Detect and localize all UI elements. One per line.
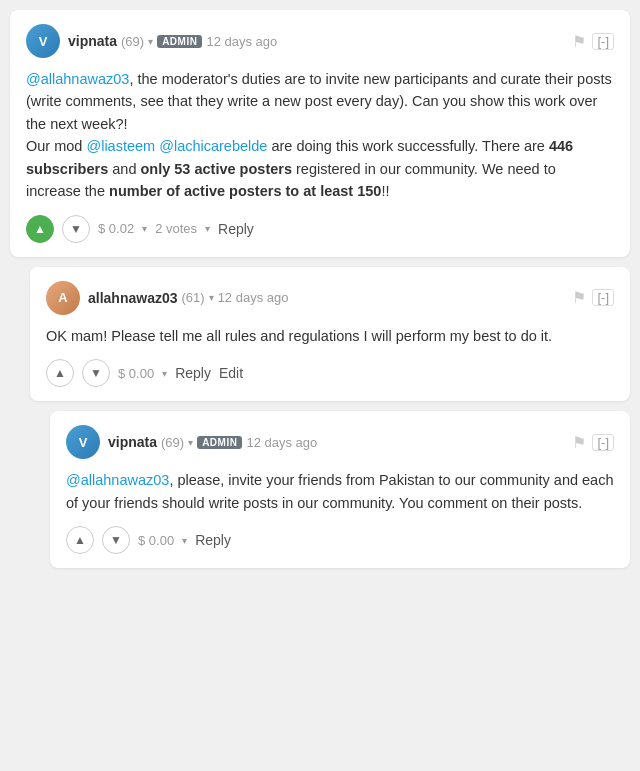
username-dropdown-icon[interactable]: ▾ <box>188 437 193 448</box>
upvote-button[interactable]: ▲ <box>66 526 94 554</box>
comment-body: @allahnawaz03, please, invite your frien… <box>66 469 614 514</box>
amount: $ 0.00 <box>118 366 154 381</box>
reputation: (61) <box>182 290 205 305</box>
mention-link[interactable]: @liasteem <box>86 138 155 154</box>
amount: $ 0.02 <box>98 221 134 236</box>
collapse-button[interactable]: [-] <box>592 33 614 50</box>
downvote-button[interactable]: ▼ <box>102 526 130 554</box>
comment-footer: ▲ ▼ $ 0.00 ▾ Reply Edit <box>46 359 614 387</box>
username[interactable]: allahnawaz03 <box>88 290 178 306</box>
timestamp: 12 days ago <box>218 290 289 305</box>
mention-link[interactable]: @allahnawaz03 <box>26 71 129 87</box>
downvote-button[interactable]: ▼ <box>62 215 90 243</box>
reply-button[interactable]: Reply <box>195 532 231 548</box>
timestamp: 12 days ago <box>206 34 277 49</box>
upvote-button[interactable]: ▲ <box>26 215 54 243</box>
amount-arrow[interactable]: ▾ <box>142 223 147 234</box>
reply-button[interactable]: Reply <box>218 221 254 237</box>
flag-icon[interactable]: ⚑ <box>572 32 586 51</box>
admin-badge: ADMIN <box>197 436 242 449</box>
user-info: allahnawaz03 (61) ▾ 12 days ago <box>88 290 288 306</box>
timestamp: 12 days ago <box>246 435 317 450</box>
avatar: A <box>46 281 80 315</box>
reply-button[interactable]: Reply <box>175 365 211 381</box>
reputation: (69) <box>121 34 144 49</box>
comment-card: A allahnawaz03 (61) ▾ 12 days ago ⚑ [-] … <box>30 267 630 401</box>
user-info: vipnata (69) ▾ ADMIN 12 days ago <box>68 33 277 49</box>
username[interactable]: vipnata <box>108 434 157 450</box>
comment-header: V vipnata (69) ▾ ADMIN 12 days ago ⚑ [-] <box>66 425 614 459</box>
edit-button[interactable]: Edit <box>219 365 243 381</box>
comment-body: @allahnawaz03, the moderator's duties ar… <box>26 68 614 203</box>
collapse-button[interactable]: [-] <box>592 434 614 451</box>
comment-header: V vipnata (69) ▾ ADMIN 12 days ago ⚑ [-] <box>26 24 614 58</box>
flag-icon[interactable]: ⚑ <box>572 433 586 452</box>
avatar: V <box>66 425 100 459</box>
mention-link[interactable]: @lachicarebelde <box>159 138 267 154</box>
username[interactable]: vipnata <box>68 33 117 49</box>
amount-arrow[interactable]: ▾ <box>162 368 167 379</box>
body-text: and <box>108 161 140 177</box>
comment-card: V vipnata (69) ▾ ADMIN 12 days ago ⚑ [-]… <box>10 10 630 257</box>
user-info: vipnata (69) ▾ ADMIN 12 days ago <box>108 434 317 450</box>
body-text: !! <box>381 183 389 199</box>
comment-footer: ▲ ▼ $ 0.00 ▾ Reply <box>66 526 614 554</box>
admin-badge: ADMIN <box>157 35 202 48</box>
comment-footer: ▲ ▼ $ 0.02 ▾ 2 votes▾ Reply <box>26 215 614 243</box>
upvote-button[interactable]: ▲ <box>46 359 74 387</box>
downvote-button[interactable]: ▼ <box>82 359 110 387</box>
comment-body: OK mam! Please tell me all rules and reg… <box>46 325 614 347</box>
votes-arrow[interactable]: ▾ <box>205 223 210 234</box>
reputation: (69) <box>161 435 184 450</box>
bold-text: number of active posters to at least 150 <box>109 183 381 199</box>
amount-arrow[interactable]: ▾ <box>182 535 187 546</box>
amount: $ 0.00 <box>138 533 174 548</box>
collapse-button[interactable]: [-] <box>592 289 614 306</box>
body-text: are doing this work successfully. There … <box>267 138 549 154</box>
body-text: OK mam! Please tell me all rules and reg… <box>46 328 552 344</box>
comment-header: A allahnawaz03 (61) ▾ 12 days ago ⚑ [-] <box>46 281 614 315</box>
mention-link[interactable]: @allahnawaz03 <box>66 472 169 488</box>
bold-text: only 53 active posters <box>140 161 292 177</box>
comment-card: V vipnata (69) ▾ ADMIN 12 days ago ⚑ [-]… <box>50 411 630 568</box>
username-dropdown-icon[interactable]: ▾ <box>148 36 153 47</box>
votes-count: 2 votes <box>155 221 197 236</box>
username-dropdown-icon[interactable]: ▾ <box>209 292 214 303</box>
avatar: V <box>26 24 60 58</box>
flag-icon[interactable]: ⚑ <box>572 288 586 307</box>
